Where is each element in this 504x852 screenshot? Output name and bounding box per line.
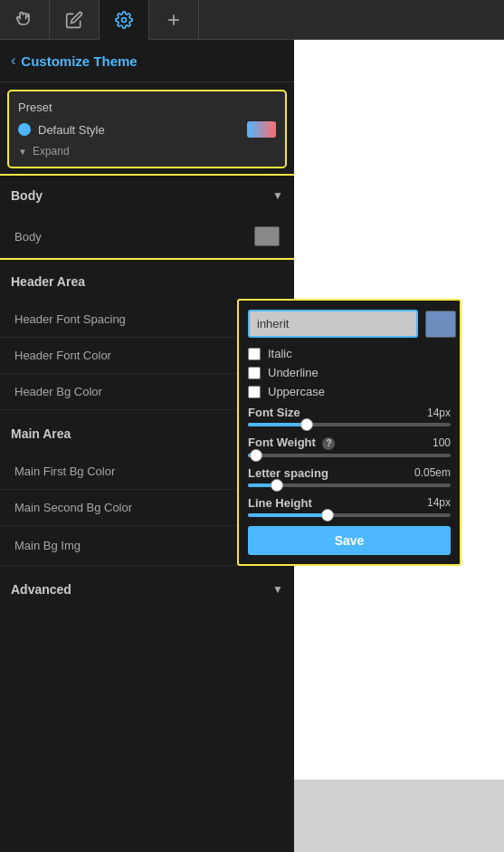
underline-checkbox[interactable] — [248, 367, 261, 379]
line-height-label: Line Height — [248, 496, 312, 510]
tab-pencil[interactable] — [50, 0, 100, 40]
font-weight-label: Font Weight ? — [248, 436, 335, 450]
header-font-color-label: Header Font Color — [14, 349, 111, 362]
radio-default-style[interactable] — [18, 123, 31, 136]
expand-arrow-icon: ▼ — [18, 147, 27, 157]
preset-default-row: Default Style — [18, 121, 276, 138]
expand-label: Expand — [33, 145, 70, 158]
header-area-section[interactable]: Header Area — [0, 262, 294, 302]
save-button[interactable]: Save — [248, 526, 451, 555]
preset-label: Preset — [18, 101, 276, 114]
font-weight-label-row: Font Weight ? 100 — [248, 436, 451, 450]
inherit-input[interactable] — [248, 310, 418, 338]
panel-title: Customize Theme — [21, 53, 137, 69]
tab-hand[interactable] — [0, 0, 50, 40]
uppercase-checkbox[interactable] — [248, 386, 261, 398]
uppercase-label: Uppercase — [268, 385, 325, 398]
main-bg-img-label: Main Bg Img — [14, 539, 81, 552]
preset-default-left: Default Style — [18, 123, 105, 137]
line-height-track[interactable] — [248, 513, 451, 517]
font-size-value: 14px — [427, 407, 451, 419]
header-font-spacing-label: Header Font Spacing — [14, 312, 126, 326]
line-height-label-row: Line Height 14px — [248, 496, 451, 510]
font-size-thumb[interactable] — [300, 418, 313, 431]
header-bg-color-label: Header Bg Color — [14, 385, 102, 398]
body-section-arrow-icon: ▼ — [272, 189, 283, 202]
tab-bar — [0, 0, 504, 40]
preset-color-icon[interactable] — [247, 121, 276, 138]
body-label: Body — [14, 230, 42, 244]
font-weight-value: 100 — [433, 436, 451, 449]
line-height-fill — [248, 513, 329, 517]
advanced-title: Advanced — [11, 582, 71, 597]
body-sub-row[interactable]: Body — [0, 215, 294, 258]
advanced-section[interactable]: Advanced ▼ — [0, 570, 294, 609]
font-weight-track[interactable] — [248, 454, 451, 457]
font-size-fill — [248, 423, 309, 426]
line-height-thumb[interactable] — [321, 509, 334, 522]
letter-spacing-thumb[interactable] — [271, 479, 283, 492]
italic-checkbox-row: Italic — [248, 347, 451, 360]
body-section-title: Body — [11, 188, 43, 203]
letter-spacing-section: Letter spacing 0.05em — [248, 466, 451, 487]
letter-spacing-label: Letter spacing — [248, 466, 328, 480]
letter-spacing-track[interactable] — [248, 483, 451, 487]
back-arrow[interactable]: ‹ — [11, 53, 15, 69]
expand-row[interactable]: ▼ Expand — [18, 145, 276, 158]
main-area-title: Main Area — [11, 426, 71, 441]
font-size-track[interactable] — [248, 423, 451, 426]
letter-spacing-label-row: Letter spacing 0.05em — [248, 466, 451, 480]
popup-panel: Italic Underline Uppercase Font Size 14p… — [237, 299, 461, 566]
line-height-section: Line Height 14px — [248, 496, 451, 517]
body-color-swatch[interactable] — [254, 226, 280, 246]
main-second-bg-label: Main Second Bg Color — [14, 501, 132, 514]
italic-label: Italic — [268, 347, 292, 360]
popup-top-row — [248, 310, 451, 338]
panel-header: ‹ Customize Theme — [0, 40, 294, 82]
tab-gear[interactable] — [100, 0, 149, 40]
body-section-wrap: Body ▼ Body — [0, 176, 294, 258]
font-size-section: Font Size 14px — [248, 406, 451, 426]
svg-point-0 — [122, 17, 127, 22]
font-weight-help-icon[interactable]: ? — [322, 437, 335, 450]
font-weight-thumb[interactable] — [250, 449, 262, 462]
body-section-header[interactable]: Body ▼ — [0, 176, 294, 215]
preset-box: Preset Default Style ▼ Expand — [9, 91, 285, 167]
line-height-value: 14px — [427, 496, 451, 509]
italic-checkbox[interactable] — [248, 348, 261, 360]
uppercase-checkbox-row: Uppercase — [248, 385, 451, 398]
canvas-bottom — [294, 780, 504, 852]
font-size-label-row: Font Size 14px — [248, 406, 451, 419]
font-weight-section: Font Weight ? 100 — [248, 436, 451, 457]
preset-default-text: Default Style — [38, 123, 105, 137]
letter-spacing-value: 0.05em — [414, 466, 451, 479]
main-first-bg-label: Main First Bg Color — [14, 464, 115, 478]
popup-color-box[interactable] — [425, 311, 456, 338]
header-area-title: Header Area — [11, 274, 85, 289]
font-size-label: Font Size — [248, 406, 300, 419]
tab-plus[interactable] — [149, 0, 199, 40]
underline-label: Underline — [268, 366, 319, 379]
advanced-arrow-icon: ▼ — [272, 583, 283, 596]
underline-checkbox-row: Underline — [248, 366, 451, 379]
